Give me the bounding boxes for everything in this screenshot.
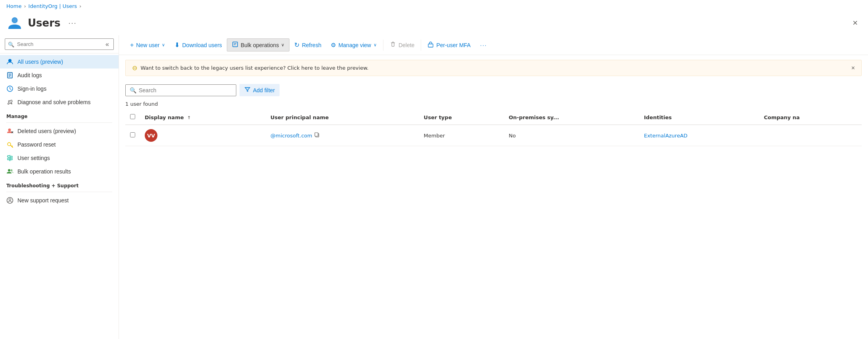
upn-link[interactable]: @microsoft.com	[270, 133, 312, 139]
manage-view-chevron-icon: ∨	[374, 42, 377, 48]
sidebar-item-new-support[interactable]: New support request	[0, 194, 119, 207]
bulk-operations-button[interactable]: Bulk operations ∨	[227, 38, 290, 51]
plus-icon: +	[130, 42, 134, 49]
wrench-icon	[6, 99, 13, 106]
sidebar: 🔍 « All users (preview)	[0, 35, 119, 339]
breadcrumb-home[interactable]: Home	[6, 3, 21, 9]
svg-point-9	[8, 129, 11, 131]
sidebar-item-sign-in-logs[interactable]: Sign-in logs	[0, 82, 119, 95]
sidebar-divider-manage	[6, 122, 112, 123]
sidebar-item-deleted-users[interactable]: Deleted users (preview)	[0, 124, 119, 138]
sidebar-item-deleted-users-label: Deleted users (preview)	[17, 128, 76, 134]
svg-point-19	[9, 199, 11, 201]
svg-line-14	[12, 146, 13, 147]
result-count: 1 user found	[119, 99, 868, 110]
sidebar-search-icon: 🔍	[8, 41, 14, 47]
banner-warning-icon: ⊖	[132, 64, 137, 72]
sidebar-item-user-settings[interactable]: User settings	[0, 151, 119, 165]
on-premises-cell: No	[504, 125, 639, 146]
person-delete-icon	[6, 128, 13, 135]
delete-button[interactable]: Delete	[385, 39, 419, 51]
col-company-name: Company na	[759, 110, 862, 125]
svg-rect-28	[315, 133, 318, 136]
add-filter-button[interactable]: Add filter	[240, 84, 280, 96]
col-identities: Identities	[639, 110, 759, 125]
sidebar-search-input[interactable]	[5, 38, 114, 50]
delete-icon	[390, 41, 396, 49]
avatar: VV	[145, 129, 157, 142]
page-more-button[interactable]: ···	[65, 17, 80, 29]
content-area: + New user ∨ ⬇ Download users Bulk opera…	[119, 35, 868, 339]
copy-icon[interactable]	[314, 132, 320, 139]
identities-link[interactable]: ExternalAzureAD	[644, 133, 688, 139]
settings-icon	[6, 154, 13, 162]
sidebar-nav: All users (preview) Audit logs Sign-in l…	[0, 53, 119, 209]
refresh-button[interactable]: ↻ Refresh	[289, 39, 326, 51]
close-button[interactable]: ×	[849, 16, 862, 30]
sidebar-item-all-users[interactable]: All users (preview)	[0, 55, 119, 69]
mfa-icon	[427, 41, 434, 49]
search-filter-row: 🔍 Add filter	[119, 81, 868, 99]
users-table-container: Display name ↑ User principal name User …	[119, 110, 868, 339]
svg-rect-26	[428, 44, 433, 47]
new-user-button[interactable]: + New user ∨	[125, 39, 170, 51]
row-checkbox[interactable]	[130, 132, 135, 137]
sidebar-collapse-button[interactable]: «	[105, 41, 109, 48]
breadcrumb: Home › IdentityOrg | Users ›	[0, 0, 868, 12]
sidebar-divider-troubleshoot	[6, 192, 112, 192]
select-all-checkbox[interactable]	[130, 114, 135, 119]
refresh-icon: ↻	[294, 41, 299, 49]
row-checkbox-cell	[125, 125, 140, 146]
breadcrumb-identity-org[interactable]: IdentityOrg | Users	[29, 3, 77, 9]
svg-point-17	[11, 170, 13, 171]
display-name-cell: VV	[140, 125, 266, 146]
table-row: VV @microsoft.com	[125, 125, 862, 146]
people-icon	[6, 168, 13, 175]
col-user-type: User type	[419, 110, 504, 125]
sort-asc-icon: ↑	[187, 115, 191, 120]
download-icon: ⬇	[174, 41, 180, 49]
sidebar-item-diagnose[interactable]: Diagnose and solve problems	[0, 95, 119, 109]
users-table: Display name ↑ User principal name User …	[125, 110, 862, 146]
page-header: Users ··· ×	[0, 12, 868, 35]
svg-point-3	[8, 59, 11, 62]
user-type-cell: Member	[419, 125, 504, 146]
select-all-header	[125, 110, 140, 125]
sidebar-item-password-reset[interactable]: Password reset	[0, 138, 119, 151]
per-user-mfa-button[interactable]: Per-user MFA	[423, 39, 475, 51]
person-icon	[6, 58, 13, 65]
company-name-cell	[759, 125, 862, 146]
bulk-ops-icon	[232, 41, 238, 49]
sidebar-item-audit-logs[interactable]: Audit logs	[0, 69, 119, 82]
search-icon: 🔍	[130, 87, 136, 93]
troubleshoot-label: Troubleshooting + Support	[0, 178, 119, 190]
search-box: 🔍	[125, 84, 236, 96]
svg-point-2	[12, 18, 17, 23]
toolbar-more-button[interactable]: ···	[475, 40, 492, 51]
search-input[interactable]	[139, 87, 232, 93]
sidebar-item-all-users-label: All users (preview)	[17, 59, 63, 65]
svg-point-16	[8, 169, 10, 171]
manage-view-button[interactable]: ⚙ Manage view ∨	[326, 39, 381, 51]
svg-point-15	[9, 157, 11, 159]
breadcrumb-sep-1: ›	[24, 3, 26, 9]
upn-cell: @microsoft.com	[266, 125, 419, 146]
breadcrumb-sep-2: ›	[79, 3, 81, 9]
sidebar-item-audit-logs-label: Audit logs	[17, 72, 42, 78]
banner-text[interactable]: Want to switch back to the legacy users …	[140, 65, 368, 71]
refresh-circle-icon	[6, 85, 13, 92]
key-icon	[6, 141, 13, 148]
toolbar-divider-2	[421, 40, 421, 51]
toolbar-divider-1	[383, 40, 383, 51]
svg-point-12	[8, 143, 11, 146]
col-display-name: Display name ↑	[140, 110, 266, 125]
new-user-chevron-icon: ∨	[162, 42, 165, 48]
sidebar-item-bulk-results[interactable]: Bulk operation results	[0, 165, 119, 178]
col-on-premises: On-premises sy...	[504, 110, 639, 125]
banner-close-button[interactable]: ×	[851, 65, 855, 72]
download-users-button[interactable]: ⬇ Download users	[170, 39, 226, 51]
page-icon	[6, 15, 23, 31]
identities-cell: ExternalAzureAD	[639, 125, 759, 146]
manage-label: Manage	[0, 109, 119, 121]
page-title: Users	[28, 17, 61, 29]
